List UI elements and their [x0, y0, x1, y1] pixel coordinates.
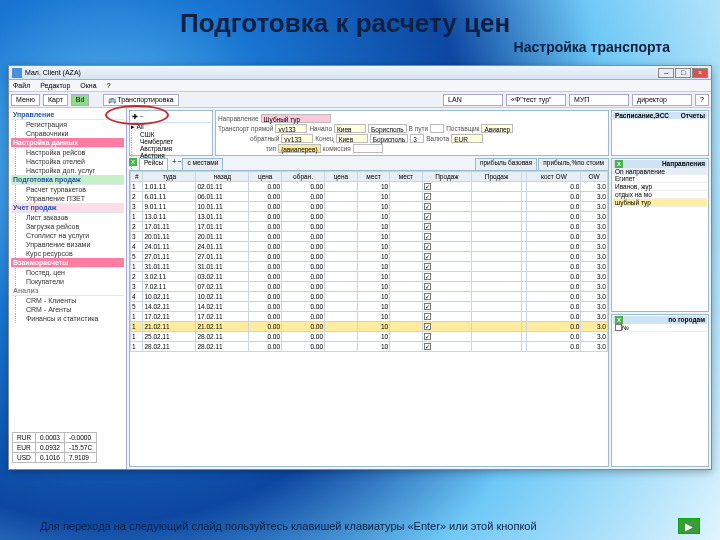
col-header[interactable]: цена [249, 172, 282, 182]
table-row[interactable]: 121.02.1121.02.110.000.00100.03.0 [131, 322, 608, 332]
nav-item[interactable]: Лист заказов [15, 213, 124, 222]
tree-add-button[interactable]: ✚ [132, 113, 138, 121]
nav-item[interactable]: Расчет турпакетов [15, 185, 124, 194]
tab-reports[interactable]: Отчеты [681, 112, 705, 119]
maximize-button[interactable]: □ [675, 68, 691, 78]
col-header[interactable]: туда [143, 172, 196, 182]
excel-icon[interactable]: X [615, 316, 623, 324]
nav-group-analysis[interactable]: Анализ [11, 286, 124, 296]
nav-item[interactable]: CRM - Клиенты [15, 296, 124, 305]
checkbox[interactable] [424, 283, 431, 290]
menu-help[interactable]: ? [107, 80, 111, 91]
nav-item[interactable]: Покупатели [15, 277, 124, 286]
menu-file[interactable]: Файл [13, 80, 30, 91]
checkbox[interactable] [424, 343, 431, 350]
nav-item[interactable]: Настройка рейсов [15, 148, 124, 157]
nav-item[interactable]: Управление ПЗЕТ [15, 194, 124, 203]
tb-help-button[interactable]: ? [695, 94, 709, 106]
tab-flights[interactable]: Рейсы [139, 158, 168, 170]
nav-item[interactable]: Управление визами [15, 240, 124, 249]
excel-icon[interactable]: X [615, 160, 623, 168]
col-header[interactable]: Продаж [472, 172, 522, 182]
fld-nights[interactable]: 3 [410, 134, 424, 143]
checkbox[interactable] [424, 193, 431, 200]
table-row[interactable]: 217.01.1117.01.110.000.00100.03.0 [131, 222, 608, 232]
minimize-button[interactable]: – [658, 68, 674, 78]
tab-profit-pct[interactable]: прибыль,%по стоим [538, 158, 609, 170]
table-row[interactable]: 514.02.1114.02.110.000.00100.03.0 [131, 302, 608, 312]
table-row[interactable]: 37.02.1107.02.110.000.00100.03.0 [131, 282, 608, 292]
tree-node[interactable]: Австралия [131, 145, 211, 152]
checkbox[interactable] [424, 293, 431, 300]
nav-item[interactable]: Загрузка рейсов [15, 222, 124, 231]
table-row[interactable]: 527.01.1127.01.110.000.00100.03.0 [131, 252, 608, 262]
checkbox[interactable] [424, 243, 431, 250]
table-row[interactable]: 11.01.1102.01.110.000.00100.03.0 [131, 182, 608, 192]
table-row[interactable]: 125.02.1128.02.110.000.00100.03.0 [131, 332, 608, 342]
tab-cart[interactable]: Карт [43, 94, 68, 106]
grid-del-button[interactable]: − [177, 158, 181, 170]
country-tree[interactable]: ✚− ▸ All СШКЧемберлетАвстралияАвстрияАзи… [129, 110, 213, 156]
checkbox[interactable] [424, 233, 431, 240]
col-header[interactable]: кост OW [527, 172, 581, 182]
nav-item[interactable]: CRM - Агенты [15, 305, 124, 314]
cities-panel[interactable]: Xпо городам № [611, 314, 709, 468]
navigation-tree[interactable]: Управление Регистрация Справочники Настр… [9, 108, 127, 469]
checkbox[interactable] [424, 263, 431, 270]
fld-currency[interactable]: EUR [451, 134, 483, 143]
col-header[interactable]: мест [357, 172, 389, 182]
checkbox[interactable] [424, 183, 431, 190]
grid-add-button[interactable]: + [172, 158, 176, 170]
table-row[interactable]: 23.02.1103.02.110.000.00100.03.0 [131, 272, 608, 282]
list-item[interactable]: Иванов, жур [613, 183, 707, 191]
fld-duration[interactable] [430, 124, 444, 133]
table-row[interactable]: 113.0.1113.01.110.000.00100.03.0 [131, 212, 608, 222]
fld-start-airport[interactable]: Борисполь [368, 124, 407, 133]
fld-transport-back[interactable]: vv133 [281, 134, 313, 143]
directions-panel[interactable]: XНаправления On направление ЕгипетИванов… [611, 158, 709, 312]
tab-seats[interactable]: с местами [182, 158, 223, 170]
checkbox[interactable] [424, 323, 431, 330]
fld-transport-fwd[interactable]: vv133 [275, 124, 307, 133]
table-row[interactable]: 39.01.1110.01.110.000.00100.03.0 [131, 202, 608, 212]
nav-item[interactable]: Настройка отелей [15, 157, 124, 166]
city-checkbox[interactable] [615, 324, 622, 331]
nav-group-payments[interactable]: Взаиморасчеты [11, 258, 124, 268]
nav-item[interactable]: Финансы и статистика [15, 314, 124, 323]
fld-type[interactable]: (авиаперев) [278, 144, 320, 153]
col-header[interactable]: # [131, 172, 143, 182]
list-item[interactable]: Египет [613, 175, 707, 183]
checkbox[interactable] [424, 333, 431, 340]
checkbox[interactable] [424, 313, 431, 320]
nav-item[interactable]: Справочники [15, 129, 124, 138]
nav-item[interactable]: Настройка доп. услуг [15, 166, 124, 175]
fld-start-city[interactable]: Киев [334, 124, 366, 133]
form-direction-field[interactable]: Шубный тур [261, 114, 331, 123]
fld-end-city[interactable]: Киев [336, 134, 368, 143]
table-row[interactable]: 424.01.1124.01.110.000.00100.03.0 [131, 242, 608, 252]
nav-group-data[interactable]: Настройка данных [11, 138, 124, 148]
fld-commission[interactable] [353, 144, 383, 153]
tab-menu[interactable]: Меню [11, 94, 40, 106]
fld-end-airport[interactable]: Борисполь [370, 134, 409, 143]
nav-item[interactable]: Регистрация [15, 120, 124, 129]
menu-edit[interactable]: Редактор [40, 80, 70, 91]
list-item[interactable]: отдых на мо [613, 191, 707, 199]
excel-icon[interactable]: X [129, 158, 137, 166]
col-header[interactable]: обран. [282, 172, 325, 182]
fld-supplier[interactable]: Авиапер [481, 124, 513, 133]
tab-profit-base[interactable]: прибыль базовая [475, 158, 537, 170]
col-header[interactable]: назад [196, 172, 249, 182]
tree-del-button[interactable]: − [140, 113, 144, 121]
tb-transport-button[interactable]: 🚌 Транспортировка [103, 94, 178, 106]
checkbox[interactable] [424, 213, 431, 220]
nav-group-sales[interactable]: Учет продаж [11, 203, 124, 213]
checkbox[interactable] [424, 303, 431, 310]
close-button[interactable]: × [692, 68, 708, 78]
table-row[interactable]: 117.02.1117.02.110.000.00100.03.0 [131, 312, 608, 322]
nav-item[interactable]: Курс ресурсов [15, 249, 124, 258]
checkbox[interactable] [424, 253, 431, 260]
tab-bd[interactable]: Bd [71, 94, 90, 106]
nav-item[interactable]: Стоплист на услуги [15, 231, 124, 240]
table-row[interactable]: 131.01.1131.01.110.000.00100.03.0 [131, 262, 608, 272]
